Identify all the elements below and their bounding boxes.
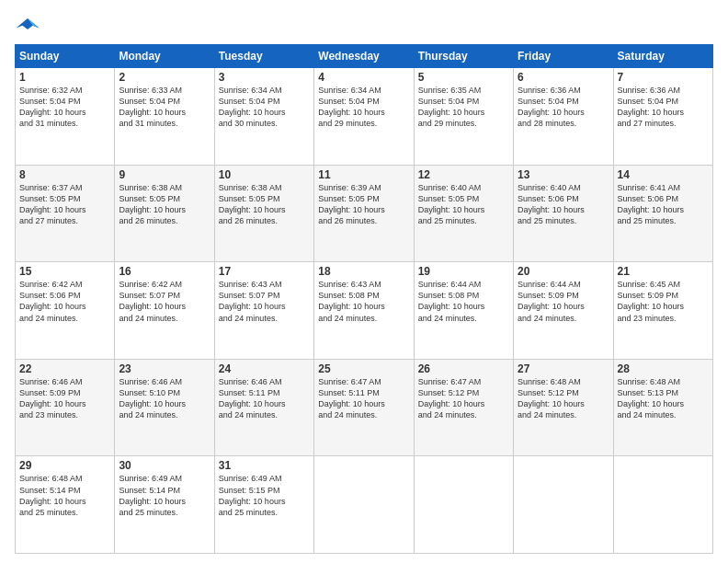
day-cell-18: 18Sunrise: 6:43 AM Sunset: 5:08 PM Dayli… — [314, 262, 414, 360]
day-cell-12: 12Sunrise: 6:40 AM Sunset: 5:05 PM Dayli… — [414, 165, 513, 262]
day-info: Sunrise: 6:49 AM Sunset: 5:14 PM Dayligh… — [119, 473, 210, 518]
day-cell-28: 28Sunrise: 6:48 AM Sunset: 5:13 PM Dayli… — [613, 359, 712, 456]
day-info: Sunrise: 6:38 AM Sunset: 5:05 PM Dayligh… — [119, 182, 210, 227]
weekday-header-row: SundayMondayTuesdayWednesdayThursdayFrid… — [16, 45, 713, 68]
week-row-3: 15Sunrise: 6:42 AM Sunset: 5:06 PM Dayli… — [16, 262, 713, 360]
day-cell-27: 27Sunrise: 6:48 AM Sunset: 5:12 PM Dayli… — [514, 359, 613, 456]
week-row-2: 8Sunrise: 6:37 AM Sunset: 5:05 PM Daylig… — [16, 165, 713, 262]
weekday-header-tuesday: Tuesday — [214, 45, 313, 68]
day-number: 3 — [219, 71, 310, 84]
svg-marker-0 — [16, 18, 39, 29]
day-number: 31 — [219, 459, 310, 472]
day-number: 5 — [418, 71, 509, 84]
day-info: Sunrise: 6:48 AM Sunset: 5:12 PM Dayligh… — [518, 376, 609, 421]
day-info: Sunrise: 6:38 AM Sunset: 5:05 PM Dayligh… — [219, 182, 310, 227]
day-number: 10 — [219, 168, 310, 181]
day-info: Sunrise: 6:43 AM Sunset: 5:08 PM Dayligh… — [318, 279, 409, 324]
day-info: Sunrise: 6:43 AM Sunset: 5:07 PM Dayligh… — [219, 279, 310, 324]
day-cell-29: 29Sunrise: 6:48 AM Sunset: 5:14 PM Dayli… — [16, 456, 115, 554]
day-number: 13 — [518, 168, 609, 181]
day-cell-13: 13Sunrise: 6:40 AM Sunset: 5:06 PM Dayli… — [514, 165, 613, 262]
day-cell-2: 2Sunrise: 6:33 AM Sunset: 5:04 PM Daylig… — [115, 68, 214, 166]
day-number: 26 — [418, 362, 509, 375]
empty-cell — [414, 456, 513, 554]
weekday-header-friday: Friday — [514, 45, 613, 68]
day-info: Sunrise: 6:44 AM Sunset: 5:08 PM Dayligh… — [418, 279, 509, 324]
day-info: Sunrise: 6:35 AM Sunset: 5:04 PM Dayligh… — [418, 85, 509, 130]
week-row-5: 29Sunrise: 6:48 AM Sunset: 5:14 PM Dayli… — [16, 456, 713, 554]
page: SundayMondayTuesdayWednesdayThursdayFrid… — [0, 0, 728, 563]
day-cell-3: 3Sunrise: 6:34 AM Sunset: 5:04 PM Daylig… — [214, 68, 313, 166]
day-number: 29 — [19, 459, 110, 472]
day-cell-24: 24Sunrise: 6:46 AM Sunset: 5:11 PM Dayli… — [214, 359, 313, 456]
day-cell-6: 6Sunrise: 6:36 AM Sunset: 5:04 PM Daylig… — [514, 68, 613, 166]
day-cell-21: 21Sunrise: 6:45 AM Sunset: 5:09 PM Dayli… — [613, 262, 712, 360]
week-row-4: 22Sunrise: 6:46 AM Sunset: 5:09 PM Dayli… — [16, 359, 713, 456]
day-number: 23 — [119, 362, 210, 375]
day-number: 4 — [318, 71, 409, 84]
day-info: Sunrise: 6:34 AM Sunset: 5:04 PM Dayligh… — [219, 85, 310, 130]
day-number: 15 — [19, 265, 110, 278]
day-number: 20 — [518, 265, 609, 278]
day-number: 9 — [119, 168, 210, 181]
day-cell-25: 25Sunrise: 6:47 AM Sunset: 5:11 PM Dayli… — [314, 359, 414, 456]
day-info: Sunrise: 6:46 AM Sunset: 5:10 PM Dayligh… — [119, 376, 210, 421]
day-info: Sunrise: 6:42 AM Sunset: 5:06 PM Dayligh… — [19, 279, 110, 324]
day-number: 11 — [318, 168, 409, 181]
day-info: Sunrise: 6:37 AM Sunset: 5:05 PM Dayligh… — [19, 182, 110, 227]
day-number: 19 — [418, 265, 509, 278]
empty-cell — [514, 456, 613, 554]
header — [15, 15, 713, 35]
weekday-header-wednesday: Wednesday — [314, 45, 414, 68]
day-info: Sunrise: 6:46 AM Sunset: 5:09 PM Dayligh… — [19, 376, 110, 421]
day-info: Sunrise: 6:44 AM Sunset: 5:09 PM Dayligh… — [518, 279, 609, 324]
weekday-header-sunday: Sunday — [16, 45, 115, 68]
day-number: 17 — [219, 265, 310, 278]
day-cell-17: 17Sunrise: 6:43 AM Sunset: 5:07 PM Dayli… — [214, 262, 313, 360]
day-info: Sunrise: 6:33 AM Sunset: 5:04 PM Dayligh… — [119, 85, 210, 130]
empty-cell — [613, 456, 712, 554]
day-cell-31: 31Sunrise: 6:49 AM Sunset: 5:15 PM Dayli… — [214, 456, 313, 554]
day-info: Sunrise: 6:39 AM Sunset: 5:05 PM Dayligh… — [318, 182, 409, 227]
day-number: 28 — [618, 362, 709, 375]
day-cell-4: 4Sunrise: 6:34 AM Sunset: 5:04 PM Daylig… — [314, 68, 414, 166]
day-info: Sunrise: 6:36 AM Sunset: 5:04 PM Dayligh… — [618, 85, 709, 130]
day-number: 24 — [219, 362, 310, 375]
weekday-header-saturday: Saturday — [613, 45, 712, 68]
day-info: Sunrise: 6:40 AM Sunset: 5:05 PM Dayligh… — [418, 182, 509, 227]
day-cell-22: 22Sunrise: 6:46 AM Sunset: 5:09 PM Dayli… — [16, 359, 115, 456]
day-info: Sunrise: 6:36 AM Sunset: 5:04 PM Dayligh… — [518, 85, 609, 130]
week-row-1: 1Sunrise: 6:32 AM Sunset: 5:04 PM Daylig… — [16, 68, 713, 166]
day-info: Sunrise: 6:32 AM Sunset: 5:04 PM Dayligh… — [19, 85, 110, 130]
day-info: Sunrise: 6:46 AM Sunset: 5:11 PM Dayligh… — [219, 376, 310, 421]
day-info: Sunrise: 6:47 AM Sunset: 5:12 PM Dayligh… — [418, 376, 509, 421]
day-info: Sunrise: 6:40 AM Sunset: 5:06 PM Dayligh… — [518, 182, 609, 227]
day-number: 14 — [618, 168, 709, 181]
day-number: 16 — [119, 265, 210, 278]
bird-icon — [15, 15, 40, 35]
day-number: 7 — [618, 71, 709, 84]
day-number: 30 — [119, 459, 210, 472]
day-cell-23: 23Sunrise: 6:46 AM Sunset: 5:10 PM Dayli… — [115, 359, 214, 456]
day-info: Sunrise: 6:48 AM Sunset: 5:14 PM Dayligh… — [19, 473, 110, 518]
day-number: 25 — [318, 362, 409, 375]
day-cell-14: 14Sunrise: 6:41 AM Sunset: 5:06 PM Dayli… — [613, 165, 712, 262]
day-cell-11: 11Sunrise: 6:39 AM Sunset: 5:05 PM Dayli… — [314, 165, 414, 262]
day-number: 22 — [19, 362, 110, 375]
day-number: 12 — [418, 168, 509, 181]
day-cell-30: 30Sunrise: 6:49 AM Sunset: 5:14 PM Dayli… — [115, 456, 214, 554]
day-info: Sunrise: 6:48 AM Sunset: 5:13 PM Dayligh… — [618, 376, 709, 421]
day-cell-8: 8Sunrise: 6:37 AM Sunset: 5:05 PM Daylig… — [16, 165, 115, 262]
weekday-header-thursday: Thursday — [414, 45, 513, 68]
day-number: 6 — [518, 71, 609, 84]
day-cell-20: 20Sunrise: 6:44 AM Sunset: 5:09 PM Dayli… — [514, 262, 613, 360]
day-info: Sunrise: 6:41 AM Sunset: 5:06 PM Dayligh… — [618, 182, 709, 227]
day-cell-7: 7Sunrise: 6:36 AM Sunset: 5:04 PM Daylig… — [613, 68, 712, 166]
day-cell-19: 19Sunrise: 6:44 AM Sunset: 5:08 PM Dayli… — [414, 262, 513, 360]
day-number: 1 — [19, 71, 110, 84]
day-cell-1: 1Sunrise: 6:32 AM Sunset: 5:04 PM Daylig… — [16, 68, 115, 166]
day-cell-26: 26Sunrise: 6:47 AM Sunset: 5:12 PM Dayli… — [414, 359, 513, 456]
day-number: 18 — [318, 265, 409, 278]
day-cell-16: 16Sunrise: 6:42 AM Sunset: 5:07 PM Dayli… — [115, 262, 214, 360]
day-number: 27 — [518, 362, 609, 375]
